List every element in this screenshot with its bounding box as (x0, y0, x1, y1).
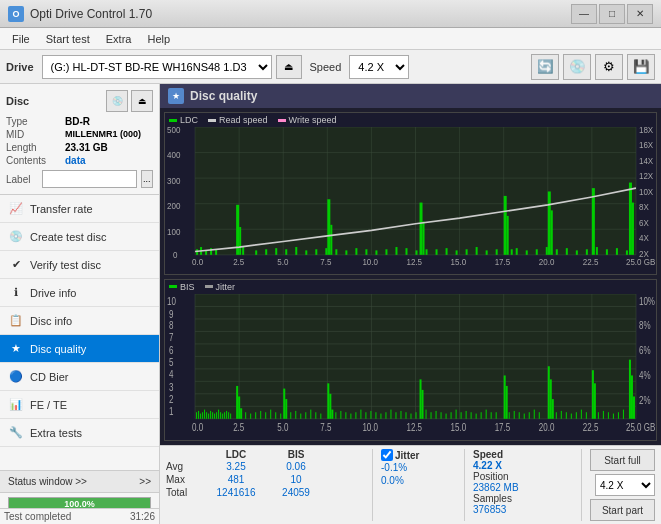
drive-select[interactable]: (G:) HL-DT-ST BD-RE WH16NS48 1.D3 (42, 55, 272, 79)
refresh-button[interactable]: 🔄 (531, 54, 559, 80)
settings-button[interactable]: ⚙ (595, 54, 623, 80)
jitter-legend-dot (205, 285, 213, 288)
svg-rect-51 (466, 249, 468, 255)
svg-text:100: 100 (167, 226, 181, 237)
disc-section: Disc 💿 ⏏ Type BD-R MID MILLENMR1 (000) L… (0, 84, 159, 195)
svg-rect-43 (405, 248, 407, 255)
svg-text:2%: 2% (639, 395, 651, 406)
sidebar: Disc 💿 ⏏ Type BD-R MID MILLENMR1 (000) L… (0, 84, 160, 524)
read-speed-legend-label: Read speed (219, 115, 268, 125)
transfer-rate-icon: 📈 (8, 201, 24, 217)
svg-rect-61 (546, 247, 548, 255)
svg-rect-198 (504, 375, 506, 418)
svg-rect-227 (631, 375, 633, 418)
svg-rect-201 (509, 412, 510, 419)
close-button[interactable]: ✕ (627, 4, 653, 24)
svg-rect-148 (260, 410, 261, 418)
svg-rect-190 (456, 409, 457, 418)
length-value: 23.31 GB (65, 142, 108, 153)
svg-rect-197 (491, 412, 492, 419)
speed-select-stats[interactable]: 4.2 X (595, 474, 655, 496)
jitter-checkbox[interactable] (381, 449, 393, 461)
svg-rect-189 (451, 412, 452, 419)
svg-rect-127 (202, 412, 203, 419)
menu-start-test[interactable]: Start test (38, 31, 98, 47)
burn-button[interactable]: 💿 (563, 54, 591, 80)
svg-text:400: 400 (167, 150, 181, 161)
svg-rect-72 (626, 250, 628, 254)
svg-rect-131 (210, 410, 211, 418)
disc-icon-btn[interactable]: 💿 (106, 90, 128, 112)
svg-text:5: 5 (169, 357, 173, 368)
svg-text:7: 7 (169, 332, 173, 343)
menu-help[interactable]: Help (139, 31, 178, 47)
svg-rect-126 (200, 413, 201, 418)
minimize-button[interactable]: — (571, 4, 597, 24)
nav-transfer-rate-label: Transfer rate (30, 203, 93, 215)
disc-quality-panel-icon: ★ (168, 88, 184, 104)
eject-button[interactable]: ⏏ (276, 55, 302, 79)
svg-rect-211 (556, 412, 557, 419)
svg-rect-140 (228, 412, 229, 419)
svg-text:15.0: 15.0 (451, 256, 467, 267)
label-input[interactable] (42, 170, 137, 188)
nav-verify-test-disc[interactable]: ✔ Verify test disc (0, 251, 159, 279)
svg-rect-161 (320, 413, 321, 418)
svg-text:10%: 10% (639, 295, 655, 306)
svg-rect-169 (355, 412, 356, 419)
disc-eject-btn[interactable]: ⏏ (131, 90, 153, 112)
svg-rect-192 (466, 410, 467, 418)
svg-rect-199 (506, 385, 508, 418)
nav-transfer-rate[interactable]: 📈 Transfer rate (0, 195, 159, 223)
svg-rect-195 (481, 412, 482, 419)
jitter-legend-label: Jitter (216, 282, 236, 292)
speed-value: 4.22 X (473, 460, 573, 471)
save-button[interactable]: 💾 (627, 54, 655, 80)
completed-label: Test completed (4, 511, 71, 522)
svg-rect-159 (310, 409, 311, 418)
svg-rect-155 (290, 412, 291, 419)
svg-rect-175 (385, 412, 386, 419)
svg-rect-32 (315, 249, 317, 255)
svg-rect-213 (566, 412, 567, 419)
svg-rect-57 (511, 249, 513, 255)
svg-text:12X: 12X (639, 171, 654, 182)
svg-rect-214 (571, 413, 572, 418)
svg-rect-178 (422, 389, 424, 418)
svg-rect-177 (420, 379, 422, 418)
status-window-button[interactable]: Status window >> >> (0, 471, 159, 493)
svg-text:6%: 6% (639, 345, 651, 356)
svg-rect-73 (629, 183, 632, 255)
bis-legend-label: BIS (180, 282, 195, 292)
nav-disc-info[interactable]: 📋 Disc info (0, 307, 159, 335)
svg-rect-210 (552, 399, 554, 419)
svg-text:17.5: 17.5 (495, 421, 511, 432)
menu-file[interactable]: File (4, 31, 38, 47)
nav-disc-quality[interactable]: ★ Disc quality (0, 335, 159, 363)
svg-rect-27 (265, 249, 267, 255)
svg-rect-38 (355, 248, 357, 255)
maximize-button[interactable]: □ (599, 4, 625, 24)
nav-extra-tests[interactable]: 🔧 Extra tests (0, 419, 159, 447)
svg-rect-33 (325, 248, 327, 255)
svg-rect-125 (198, 410, 199, 418)
nav-create-test-disc[interactable]: 💿 Create test disc (0, 223, 159, 251)
svg-rect-26 (255, 250, 257, 254)
speed-select-toolbar[interactable]: 4.2 X (349, 55, 409, 79)
menu-extra[interactable]: Extra (98, 31, 140, 47)
svg-text:8: 8 (169, 320, 173, 331)
cd-bier-icon: 🔵 (8, 369, 24, 385)
svg-text:12.5: 12.5 (406, 256, 422, 267)
svg-text:16X: 16X (639, 140, 654, 151)
nav-drive-info[interactable]: ℹ Drive info (0, 279, 159, 307)
svg-rect-153 (283, 388, 285, 418)
bottom-chart-svg: 10 9 8 7 6 5 4 3 2 1 10% 8% 6% 4% 2% (165, 294, 656, 439)
label-browse-button[interactable]: ... (141, 170, 153, 188)
start-part-button[interactable]: Start part (590, 499, 655, 521)
start-full-button[interactable]: Start full (590, 449, 655, 471)
fe-te-icon: 📊 (8, 397, 24, 413)
stats-divider-1 (372, 449, 373, 521)
type-label: Type (6, 116, 61, 127)
nav-fe-te[interactable]: 📊 FE / TE (0, 391, 159, 419)
nav-cd-bier[interactable]: 🔵 CD Bier (0, 363, 159, 391)
